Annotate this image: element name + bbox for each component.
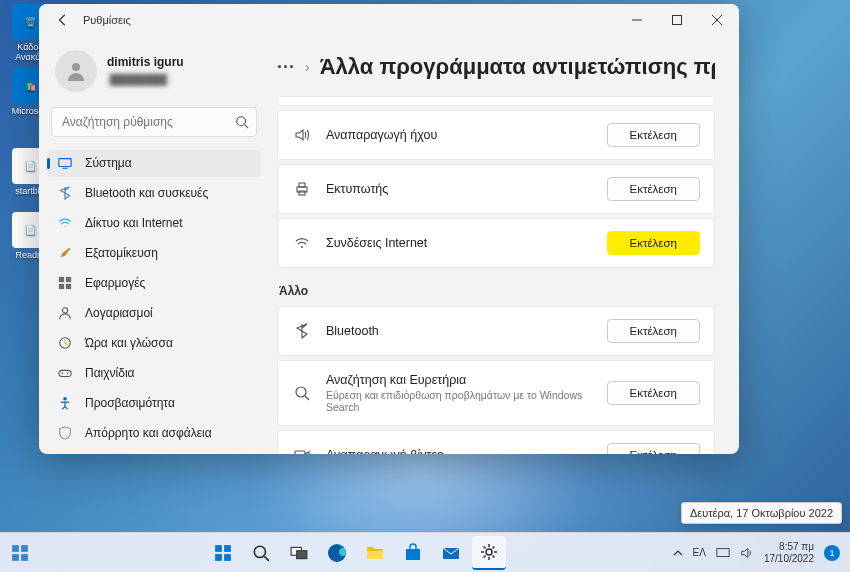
search-taskbar[interactable]: [244, 536, 278, 570]
user-email: ████████: [107, 73, 170, 86]
titlebar: Ρυθμίσεις: [39, 4, 739, 36]
edge-icon: [327, 543, 347, 563]
maximize-icon: [672, 15, 682, 25]
run-button-highlighted[interactable]: Εκτέλεση: [607, 231, 700, 255]
search-box: [51, 107, 257, 137]
nav-label: Bluetooth και συσκευές: [85, 186, 208, 200]
taskbar-mail[interactable]: [434, 536, 468, 570]
search-icon: [235, 115, 249, 129]
clock[interactable]: 8:57 πμ 17/10/2022: [764, 541, 814, 564]
taskbar-edge[interactable]: [320, 536, 354, 570]
language-indicator[interactable]: ΕΛ: [693, 547, 706, 558]
apps-icon: [57, 275, 73, 291]
notification-badge[interactable]: 1: [824, 545, 840, 561]
svg-rect-10: [66, 277, 71, 282]
svg-rect-28: [12, 554, 19, 561]
mail-icon: [441, 543, 461, 563]
svg-rect-31: [224, 545, 231, 552]
network-tray-icon[interactable]: [716, 546, 730, 560]
svg-point-5: [237, 117, 246, 126]
nav-gaming[interactable]: Παιχνίδια: [47, 359, 261, 386]
shield-icon: [57, 425, 73, 441]
nav-label: Εφαρμογές: [85, 276, 145, 290]
avatar: [55, 50, 97, 92]
content-area: ··· › Άλλα προγράμματα αντιμετώπισης προ…: [269, 36, 739, 454]
nav-network[interactable]: Δίκτυο και Internet: [47, 210, 261, 237]
system-icon: [57, 155, 73, 171]
troubleshooter-label: Εκτυπωτής: [326, 182, 593, 196]
tray-chevron-up-icon[interactable]: [673, 548, 683, 558]
widgets-icon: [11, 544, 29, 562]
svg-point-4: [72, 63, 80, 71]
nav-time-language[interactable]: Ώρα και γλώσσα: [47, 329, 261, 356]
wifi-icon: [57, 215, 73, 231]
search-input[interactable]: [51, 107, 257, 137]
run-button[interactable]: Εκτέλεση: [607, 319, 700, 343]
svg-line-35: [265, 556, 270, 561]
troubleshooter-internet: Συνδέσεις Internet Εκτέλεση: [277, 218, 715, 268]
widgets-button[interactable]: [3, 536, 37, 570]
date-tooltip: Δευτέρα, 17 Οκτωβρίου 2022: [681, 502, 842, 524]
printer-icon: [292, 179, 312, 199]
svg-point-16: [67, 372, 69, 374]
troubleshooter-label: Αναπαραγωγή βίντεο: [326, 448, 593, 454]
page-title: Άλλα προγράμματα αντιμετώπισης προβλ: [320, 54, 715, 80]
minimize-button[interactable]: [617, 4, 657, 36]
svg-rect-11: [59, 284, 64, 289]
video-icon: [292, 445, 312, 454]
run-button[interactable]: Εκτέλεση: [607, 177, 700, 201]
troubleshooter-bluetooth: Bluetooth Εκτέλεση: [277, 306, 715, 356]
nav-accessibility[interactable]: Προσβασιμότητα: [47, 389, 261, 416]
svg-rect-27: [21, 545, 28, 552]
breadcrumb-more[interactable]: ···: [277, 57, 295, 78]
bluetooth-icon: [57, 185, 73, 201]
svg-rect-39: [367, 551, 383, 559]
taskbar-settings[interactable]: [472, 536, 506, 570]
start-button[interactable]: [206, 536, 240, 570]
svg-rect-37: [297, 550, 307, 558]
svg-rect-1: [673, 16, 682, 25]
nav-system[interactable]: Σύστημα: [47, 150, 261, 177]
user-name: dimitris iguru: [107, 55, 184, 69]
maximize-button[interactable]: [657, 4, 697, 36]
troubleshooter-row-partial: [277, 96, 715, 106]
person-icon: [57, 305, 73, 321]
clock-time: 8:57 πμ: [764, 541, 814, 553]
svg-line-24: [305, 396, 309, 400]
minimize-icon: [632, 15, 642, 25]
nav-label: Απόρρητο και ασφάλεια: [85, 426, 212, 440]
svg-point-23: [296, 387, 306, 397]
nav-accounts[interactable]: Λογαριασμοί: [47, 300, 261, 327]
run-button[interactable]: Εκτέλεση: [607, 443, 700, 454]
close-button[interactable]: [697, 4, 737, 36]
windows-icon: [214, 544, 232, 562]
svg-point-18: [63, 397, 67, 401]
svg-rect-30: [215, 545, 222, 552]
taskbar-store[interactable]: [396, 536, 430, 570]
run-button[interactable]: Εκτέλεση: [607, 123, 700, 147]
svg-point-42: [486, 549, 492, 555]
user-block[interactable]: dimitris iguru ████████: [47, 44, 261, 104]
nav-personalization[interactable]: Εξατομίκευση: [47, 240, 261, 267]
svg-rect-12: [66, 284, 71, 289]
folder-icon: [365, 543, 385, 563]
nav-label: Προσβασιμότητα: [85, 396, 175, 410]
brush-icon: [57, 245, 73, 261]
nav-privacy[interactable]: Απόρρητο και ασφάλεια: [47, 419, 261, 446]
taskbar-explorer[interactable]: [358, 536, 392, 570]
svg-point-34: [255, 546, 266, 557]
svg-line-6: [245, 125, 249, 129]
svg-rect-32: [215, 554, 222, 561]
back-button[interactable]: [51, 8, 75, 32]
volume-tray-icon[interactable]: [740, 546, 754, 560]
task-view[interactable]: [282, 536, 316, 570]
store-icon: [403, 543, 423, 563]
svg-rect-9: [59, 277, 64, 282]
nav-bluetooth[interactable]: Bluetooth και συσκευές: [47, 180, 261, 207]
clock-date: 17/10/2022: [764, 553, 814, 565]
bluetooth-icon: [292, 321, 312, 341]
troubleshooter-label: Αναζήτηση και Ευρετήρια: [326, 373, 593, 387]
nav-apps[interactable]: Εφαρμογές: [47, 270, 261, 297]
troubleshooter-sub: Εύρεση και επιδιόρθωση προβλημάτων με το…: [326, 389, 593, 413]
run-button[interactable]: Εκτέλεση: [607, 381, 700, 405]
